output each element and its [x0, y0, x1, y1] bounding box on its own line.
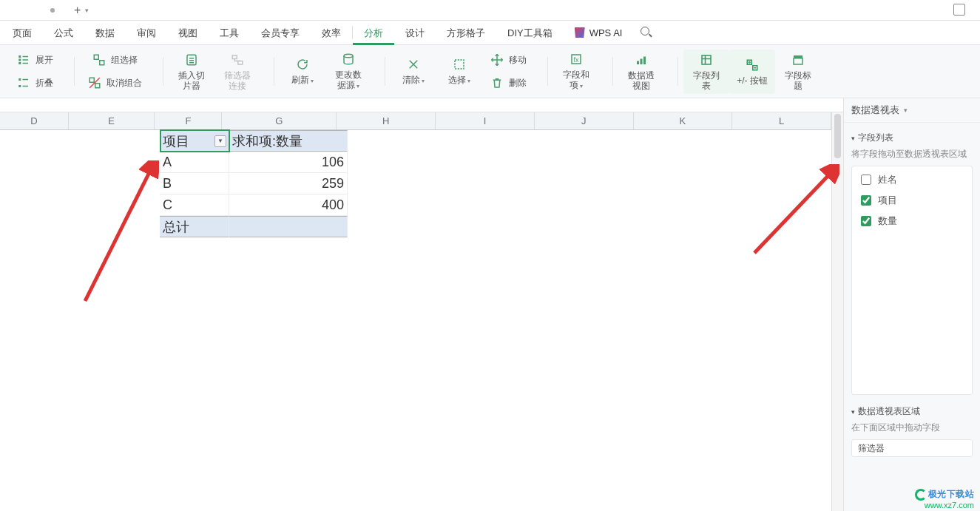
menu-review[interactable]: 审阅 — [126, 21, 167, 45]
main-menu-bar: 页面 公式 数据 审阅 视图 工具 会员专享 效率 分析 设计 方形格子 DIY… — [0, 21, 980, 45]
menu-analyze[interactable]: 分析 — [353, 21, 394, 45]
filter-connection-button[interactable]: 筛选器连接 — [214, 50, 260, 94]
col-header[interactable]: D — [0, 112, 69, 129]
tab-modified-dot-icon — [50, 8, 55, 13]
spreadsheet-grid[interactable]: D E F G H I J K L 项目 ▼ 求和项:数量 — [0, 112, 843, 511]
area-section-header[interactable]: ▾数据透视表区域 — [851, 405, 973, 418]
menu-square-grid[interactable]: 方形格子 — [436, 21, 496, 45]
pivot-row-label[interactable]: C — [160, 194, 229, 216]
field-list-section-header[interactable]: ▾字段列表 — [851, 132, 973, 144]
pivot-header-sum[interactable]: 求和项:数量 — [229, 130, 348, 152]
pivot-row-value[interactable]: 106 — [229, 152, 348, 173]
col-header[interactable]: J — [535, 112, 634, 129]
insert-slicer-button[interactable]: 插入切片器 — [169, 50, 214, 94]
wps-ai-logo-icon — [575, 27, 585, 38]
field-header-button[interactable]: 字段标题 — [775, 50, 821, 94]
wps-ai-button[interactable]: WPS AI — [564, 27, 634, 38]
svg-rect-1 — [18, 59, 21, 61]
svg-rect-3 — [18, 78, 21, 81]
move-icon — [490, 53, 504, 67]
col-header[interactable]: K — [634, 112, 733, 129]
svg-rect-6 — [100, 61, 104, 65]
ribbon-toolbar: 展开 折叠 组选择 取消组合 插入切片器 筛选器连接 刷新▾ 更改数据源▾ 清除… — [0, 45, 980, 98]
watermark: 极光下载站 www.xz7.com — [915, 488, 975, 510]
panel-title[interactable]: 数据透视表▾ — [844, 98, 980, 123]
field-sum-button[interactable]: fx字段和项▾ — [553, 50, 599, 94]
wps-ai-label: WPS AI — [589, 27, 623, 38]
menu-diy-toolbox[interactable]: DIY工具箱 — [496, 21, 564, 45]
field-list-button[interactable]: 字段列表 — [683, 50, 729, 94]
plus-minus-button[interactable]: +/- 按钮 — [729, 50, 775, 94]
delete-button[interactable]: 删除 — [482, 72, 534, 93]
move-button[interactable]: 移动 — [482, 50, 534, 70]
svg-rect-0 — [18, 55, 21, 58]
field-checkbox[interactable] — [861, 195, 871, 206]
vertical-scrollbar[interactable] — [831, 112, 843, 511]
pivot-chart-button[interactable]: 数据透视图 — [618, 50, 664, 94]
field-list-icon — [699, 53, 714, 67]
menu-page[interactable]: 页面 — [1, 21, 43, 45]
expand-icon — [16, 53, 31, 67]
pivot-row-value[interactable]: 400 — [229, 194, 348, 216]
filter-area[interactable]: 筛选器 — [851, 439, 973, 457]
menu-tools[interactable]: 工具 — [209, 21, 250, 45]
area-hint-label: 在下面区域中拖动字段 — [851, 422, 973, 433]
svg-text:fx: fx — [573, 55, 579, 63]
svg-rect-2 — [18, 62, 21, 64]
field-checkbox[interactable] — [861, 216, 871, 226]
field-item-name[interactable]: 姓名 — [852, 169, 972, 190]
pivot-panel: 数据透视表▾ ▾字段列表 将字段拖动至数据透视表区域 姓名 项目 数量 ▾数据透… — [843, 98, 980, 511]
filter-dropdown-icon[interactable]: ▼ — [214, 135, 226, 147]
group-select-button[interactable]: 组选择 — [80, 50, 149, 70]
select-button[interactable]: 选择▾ — [436, 50, 482, 94]
delete-icon — [490, 75, 504, 90]
col-header[interactable]: F — [155, 112, 222, 129]
svg-rect-13 — [455, 60, 464, 69]
collapse-icon — [16, 75, 31, 90]
svg-rect-16 — [637, 61, 639, 64]
chart-icon — [634, 53, 649, 67]
col-header[interactable]: G — [222, 112, 337, 129]
field-item-quantity[interactable]: 数量 — [852, 211, 972, 231]
data-source-icon — [341, 52, 356, 67]
watermark-logo-icon — [915, 489, 927, 501]
title-tab-bar: + ▾ — [0, 0, 980, 21]
menu-data[interactable]: 数据 — [84, 21, 126, 45]
svg-rect-19 — [702, 55, 711, 64]
search-icon[interactable] — [641, 27, 652, 38]
menu-design[interactable]: 设计 — [394, 21, 436, 45]
plus-minus-icon — [745, 58, 760, 72]
col-header[interactable]: E — [69, 112, 155, 129]
collapse-button[interactable]: 折叠 — [9, 72, 61, 93]
field-checkbox[interactable] — [861, 175, 871, 185]
clear-button[interactable]: 清除▾ — [391, 50, 436, 94]
field-item-project[interactable]: 项目 — [852, 190, 972, 211]
tab-menu-dropdown-icon[interactable]: ▾ — [85, 7, 89, 14]
pivot-row-label[interactable]: B — [160, 173, 229, 194]
svg-rect-4 — [18, 85, 21, 87]
expand-button[interactable]: 展开 — [9, 50, 61, 70]
refresh-button[interactable]: 刷新▾ — [280, 50, 325, 94]
clear-icon — [406, 57, 421, 72]
col-header[interactable]: L — [732, 112, 831, 129]
col-header[interactable]: H — [337, 112, 436, 129]
col-header[interactable]: I — [436, 112, 535, 129]
pivot-row-label[interactable]: A — [160, 152, 229, 173]
svg-point-12 — [344, 54, 353, 58]
pivot-row-value[interactable]: 259 — [229, 173, 348, 194]
field-header-icon — [791, 53, 805, 67]
sigma-icon: fx — [569, 52, 584, 67]
change-source-button[interactable]: 更改数据源▾ — [325, 50, 371, 94]
new-tab-button[interactable]: + — [74, 4, 81, 17]
pivot-header-item[interactable]: 项目 ▼ — [160, 130, 229, 152]
ungroup-button[interactable]: 取消组合 — [80, 72, 149, 93]
pivot-total-label[interactable]: 总计 — [160, 216, 229, 237]
window-maximize-button[interactable] — [953, 4, 965, 16]
menu-efficiency[interactable]: 效率 — [311, 21, 352, 45]
svg-rect-18 — [643, 56, 646, 64]
menu-member[interactable]: 会员专享 — [250, 21, 311, 45]
formula-bar[interactable] — [0, 98, 843, 112]
pivot-total-value[interactable] — [229, 216, 348, 237]
menu-view[interactable]: 视图 — [167, 21, 209, 45]
menu-formula[interactable]: 公式 — [43, 21, 84, 45]
